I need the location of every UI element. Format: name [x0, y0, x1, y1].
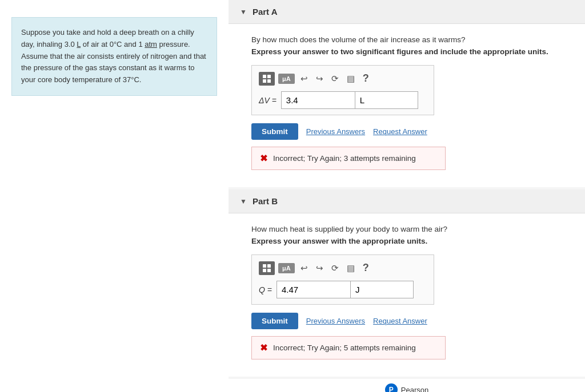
part-b-label: Part B [253, 196, 278, 206]
part-a-submit-row: Submit Previous Answers Request Answer [251, 123, 562, 140]
part-b-refresh-button[interactable]: ⟳ [329, 262, 341, 274]
svg-rect-5 [267, 264, 271, 268]
part-b-header[interactable]: ▼ Part B [229, 189, 585, 213]
pearson-footer: P Pearson [229, 379, 585, 392]
part-b-toolbar: μA ↩ ↪ ⟳ ▤ ? [259, 261, 427, 275]
part-a-error-box: ✖ Incorrect; Try Again; 3 attempts remai… [251, 147, 446, 170]
part-b-previous-answers-button[interactable]: Previous Answers [306, 317, 365, 325]
part-a-instruction: Express your answer to two significant f… [251, 47, 562, 56]
part-b-help-button[interactable]: ? [360, 261, 371, 275]
part-a-redo-button[interactable]: ↪ [314, 72, 326, 85]
part-a-submit-button[interactable]: Submit [251, 123, 298, 140]
part-a-section: ▼ Part A By how much does the volume of … [229, 0, 585, 187]
svg-rect-4 [263, 264, 266, 268]
part-a-question: By how much does the volume of the air i… [251, 35, 562, 44]
pearson-logo-icon: P [385, 383, 398, 392]
main-content: ▼ Part A By how much does the volume of … [229, 0, 585, 392]
svg-rect-0 [263, 75, 266, 78]
part-b-answer-box: μA ↩ ↪ ⟳ ▤ ? Q = [251, 254, 434, 305]
svg-rect-7 [267, 269, 271, 272]
part-a-header[interactable]: ▼ Part A [229, 0, 585, 24]
part-a-input-label: ΔV = [259, 96, 277, 105]
part-a-mu-button[interactable]: μA [278, 74, 295, 84]
part-b-request-answer-button[interactable]: Request Answer [373, 317, 427, 325]
part-b-question: How much heat is supplied by your body t… [251, 225, 562, 233]
part-b-units-input[interactable] [351, 281, 414, 298]
part-a-units-input[interactable] [355, 91, 418, 109]
part-a-grid-button[interactable] [259, 72, 275, 86]
part-b-error-message: Incorrect; Try Again; 5 attempts remaini… [273, 343, 416, 352]
part-a-help-button[interactable]: ? [360, 71, 371, 86]
part-b-body: How much heat is supplied by your body t… [229, 213, 585, 377]
part-a-undo-button[interactable]: ↩ [298, 72, 310, 85]
part-b-input-label: Q = [259, 285, 272, 294]
part-b-answer-input[interactable] [277, 281, 351, 298]
part-a-previous-answers-button[interactable]: Previous Answers [306, 127, 365, 136]
part-a-keyboard-button[interactable]: ▤ [344, 72, 357, 85]
svg-rect-1 [267, 75, 271, 78]
part-b-keyboard-button[interactable]: ▤ [344, 262, 357, 274]
part-b-undo-button[interactable]: ↩ [298, 262, 310, 274]
part-a-refresh-button[interactable]: ⟳ [329, 72, 341, 85]
part-a-error-icon: ✖ [260, 153, 267, 164]
svg-rect-3 [267, 79, 271, 83]
part-a-label: Part A [253, 7, 278, 17]
pearson-label: Pearson [401, 386, 428, 393]
svg-rect-2 [263, 79, 266, 83]
part-b-mu-button[interactable]: μA [278, 263, 295, 273]
part-a-body: By how much does the volume of the air i… [229, 24, 585, 187]
part-a-toolbar: μA ↩ ↪ ⟳ ▤ ? [259, 71, 427, 86]
problem-text: Suppose you take and hold a deep breath … [11, 17, 217, 96]
part-a-answer-box: μA ↩ ↪ ⟳ ▤ ? ΔV = [251, 65, 434, 115]
part-a-request-answer-button[interactable]: Request Answer [373, 127, 427, 136]
part-a-input-row: ΔV = [259, 91, 427, 109]
part-a-answer-input[interactable] [281, 91, 355, 109]
part-a-arrow-icon: ▼ [240, 8, 247, 16]
part-b-grid-button[interactable] [259, 261, 275, 275]
svg-rect-6 [263, 269, 266, 272]
part-b-input-row: Q = [259, 281, 427, 298]
part-b-submit-row: Submit Previous Answers Request Answer [251, 313, 562, 329]
part-a-error-message: Incorrect; Try Again; 3 attempts remaini… [273, 154, 416, 163]
part-b-error-icon: ✖ [260, 342, 267, 353]
sidebar: Suppose you take and hold a deep breath … [0, 0, 229, 392]
part-b-arrow-icon: ▼ [240, 197, 247, 205]
part-b-error-box: ✖ Incorrect; Try Again; 5 attempts remai… [251, 336, 446, 359]
part-b-instruction: Express your answer with the appropriate… [251, 237, 562, 245]
part-b-redo-button[interactable]: ↪ [314, 262, 326, 274]
part-b-section: ▼ Part B How much heat is supplied by yo… [229, 189, 585, 377]
part-b-submit-button[interactable]: Submit [251, 313, 298, 329]
